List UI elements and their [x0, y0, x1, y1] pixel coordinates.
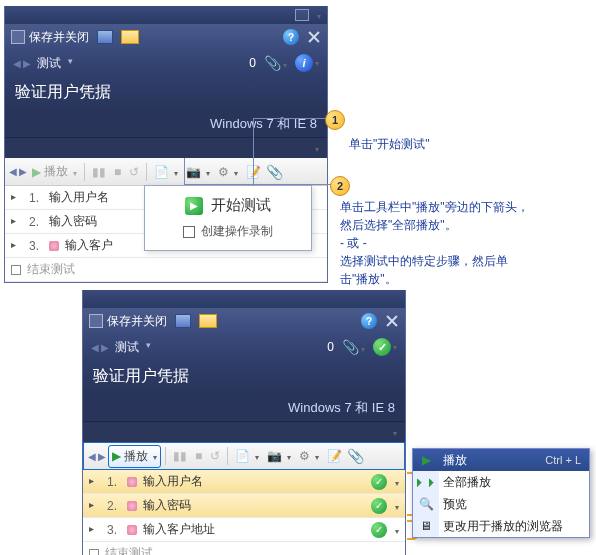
- stop-icon[interactable]: ■: [192, 447, 205, 465]
- menu-item-preview[interactable]: 🔍 预览: [413, 493, 589, 515]
- menu-item-change-browser[interactable]: 🖥 更改用于播放的浏览器: [413, 515, 589, 537]
- marker-icon: [127, 477, 137, 487]
- note-icon[interactable]: 📝: [324, 447, 345, 465]
- environment-label: Windows 7 和 IE 8: [83, 395, 405, 422]
- expand-icon[interactable]: [89, 500, 101, 512]
- play-split-button[interactable]: ▶ 播放: [108, 445, 161, 468]
- marker-icon: [127, 501, 137, 511]
- attach-icon[interactable]: 📎: [347, 448, 364, 464]
- step-nav[interactable]: ◀▶: [9, 166, 27, 177]
- play-all-icon: ⏵⏵: [417, 475, 435, 489]
- close-icon[interactable]: [385, 314, 399, 328]
- marker-icon: [127, 525, 137, 535]
- callout-number-1: 1: [325, 110, 345, 130]
- close-icon[interactable]: [307, 30, 321, 44]
- play-icon: ▶: [112, 449, 121, 463]
- settings-icon[interactable]: ⚙: [215, 163, 241, 181]
- end-icon: [89, 549, 99, 556]
- tab-row: ◀▶ 测试 0 📎: [83, 334, 405, 360]
- page-title: 验证用户凭据: [5, 76, 327, 111]
- step-list: 1. 输入用户名 2. 输入密码 3. 输入客户地址 结束测试: [83, 470, 405, 555]
- pause-icon[interactable]: ▮▮: [170, 447, 190, 465]
- help-icon[interactable]: ?: [361, 313, 377, 329]
- playback-toolbar: ◀▶ ▶ 播放 ▮▮ ■ ↺ 📄 📷 ⚙ 📝 📎: [5, 158, 327, 186]
- capture-icon[interactable]: 📄: [151, 163, 181, 181]
- expand-icon[interactable]: [89, 524, 101, 536]
- save-icon[interactable]: [175, 314, 191, 328]
- main-toolbar: 保存并关闭 ?: [5, 24, 327, 50]
- tab-test[interactable]: 测试: [37, 55, 73, 72]
- count-label: 0: [327, 340, 334, 354]
- main-toolbar: 保存并关闭 ?: [83, 308, 405, 334]
- playback-toolbar: ◀▶ ▶ 播放 ▮▮ ■ ↺ 📄 📷 ⚙ 📝 📎: [83, 442, 405, 470]
- menu-item-play[interactable]: ▶ 播放 Ctrl + L: [413, 449, 589, 471]
- callout-number-2: 2: [330, 176, 350, 196]
- attachment-icon[interactable]: 📎: [342, 339, 365, 355]
- play-context-menu: ▶ 播放 Ctrl + L ⏵⏵ 全部播放 🔍 预览 🖥 更改用于播放的浏览器: [412, 448, 590, 538]
- settings-icon[interactable]: ⚙: [296, 447, 322, 465]
- capture-icon[interactable]: 📄: [232, 447, 262, 465]
- env-dropdown[interactable]: [313, 141, 319, 155]
- preview-icon: 🔍: [417, 497, 435, 511]
- play-dropdown-icon[interactable]: [151, 449, 157, 463]
- save-close-label: 保存并关闭: [29, 29, 89, 46]
- reset-icon[interactable]: ↺: [207, 447, 223, 465]
- pass-icon[interactable]: [371, 474, 387, 490]
- callout-text-2: 单击工具栏中"播放"旁边的下箭头，然后选择"全部播放"。 - 或 - 选择测试中…: [340, 198, 530, 288]
- test-step[interactable]: 1. 输入用户名: [83, 470, 405, 494]
- pass-icon[interactable]: [371, 498, 387, 514]
- end-test-step[interactable]: 结束测试: [5, 258, 327, 282]
- title-bar: [5, 6, 327, 24]
- start-play-icon: [185, 197, 203, 215]
- save-close-button[interactable]: 保存并关闭: [89, 313, 167, 330]
- start-test-button[interactable]: 开始测试: [185, 196, 271, 215]
- count-label: 0: [249, 56, 256, 70]
- save-icon[interactable]: [97, 30, 113, 44]
- save-close-icon: [11, 30, 25, 44]
- play-icon: ▶: [417, 453, 435, 467]
- attach-icon[interactable]: 📎: [266, 164, 283, 180]
- environment-label: Windows 7 和 IE 8: [5, 111, 327, 138]
- end-icon: [11, 265, 21, 275]
- record-checkbox[interactable]: [183, 226, 195, 238]
- expand-icon[interactable]: [11, 216, 23, 228]
- camera-icon[interactable]: 📷: [264, 447, 294, 465]
- nav-arrows[interactable]: ◀▶: [13, 58, 31, 69]
- expand-icon[interactable]: [11, 240, 23, 252]
- save-close-button[interactable]: 保存并关闭: [11, 29, 89, 46]
- camera-icon[interactable]: 📷: [183, 163, 213, 181]
- expand-icon[interactable]: [89, 476, 101, 488]
- info-dropdown[interactable]: i: [295, 54, 319, 72]
- pass-icon[interactable]: [371, 522, 387, 538]
- page-title: 验证用户凭据: [83, 360, 405, 395]
- open-icon[interactable]: [121, 30, 139, 44]
- status-dropdown[interactable]: [373, 338, 397, 356]
- reset-icon[interactable]: ↺: [126, 163, 142, 181]
- test-step[interactable]: 2. 输入密码: [83, 494, 405, 518]
- attachment-icon[interactable]: 📎: [264, 55, 287, 71]
- tab-row: ◀▶ 测试 0 📎 i: [5, 50, 327, 76]
- nav-arrows[interactable]: ◀▶: [91, 342, 109, 353]
- pause-icon[interactable]: ▮▮: [89, 163, 109, 181]
- test-step[interactable]: 3. 输入客户地址: [83, 518, 405, 542]
- tab-test[interactable]: 测试: [115, 339, 151, 356]
- start-test-popup: 开始测试 创建操作录制: [144, 185, 312, 251]
- menu-item-play-all[interactable]: ⏵⏵ 全部播放: [413, 471, 589, 493]
- save-close-icon: [89, 314, 103, 328]
- end-test-step[interactable]: 结束测试: [83, 542, 405, 555]
- layout-toggle-icon[interactable]: [295, 9, 309, 21]
- layout-dropdown[interactable]: [315, 8, 321, 22]
- browser-icon: 🖥: [417, 519, 435, 533]
- callout-text-1: 单击"开始测试": [349, 135, 430, 153]
- expand-icon[interactable]: [11, 192, 23, 204]
- step-nav[interactable]: ◀▶: [88, 451, 106, 462]
- open-icon[interactable]: [199, 314, 217, 328]
- help-icon[interactable]: ?: [283, 29, 299, 45]
- record-label: 创建操作录制: [201, 223, 273, 240]
- play-icon: ▶: [32, 165, 41, 179]
- play-button[interactable]: ▶ 播放: [29, 161, 80, 182]
- stop-icon[interactable]: ■: [111, 163, 124, 181]
- title-bar: [83, 290, 405, 308]
- env-dropdown[interactable]: [391, 425, 397, 439]
- marker-icon: [49, 241, 59, 251]
